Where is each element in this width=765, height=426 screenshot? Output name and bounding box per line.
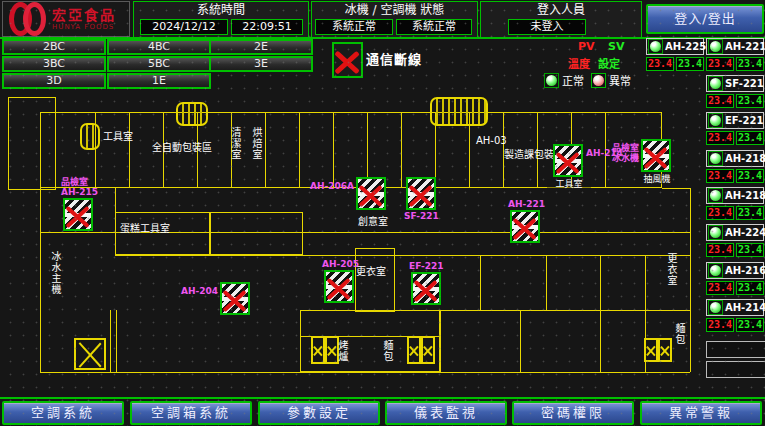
unit-values-ah-218b: 23.423.4 [706,206,764,220]
room-label: 工具室 [103,131,133,142]
unit-ah-218a[interactable]: AH-218A [706,150,764,167]
equipment-icon [407,336,421,364]
room-label: 更衣室 [666,253,677,286]
wall [40,372,690,373]
unit-ef-221[interactable]: EF-221 [706,112,764,129]
login-logout-button[interactable]: 登入/登出 [646,4,764,34]
wall [265,112,266,188]
login-user-label: 登入人員 [481,2,641,18]
company-logo: 宏亞食品 HUNYA FOODS [2,1,130,37]
unit-sv-value: 23.4 [736,206,764,220]
ahu-device-ah-205[interactable] [324,270,354,303]
ahu-device-ah-206a[interactable] [356,177,386,210]
equipment-icon [421,336,435,364]
floor-button-3e[interactable]: 3E [209,56,313,72]
nav-button-3[interactable]: 參數設定 [258,401,380,425]
unit-values-ah-216: 23.423.4 [706,281,764,295]
unit-name: AH-214 [725,302,765,313]
floor-button-3bc[interactable]: 3BC [2,56,106,72]
system-time-value: 22:09:51 [231,19,303,35]
unit-sf-221[interactable]: SF-221 [706,75,764,92]
floor-plan: 工具室全自動包裝區清潔室烘焙室AH-03製造課包裝班蛋糕工具室冰水主機創意室更衣… [0,90,703,398]
unit-ah-221a[interactable]: AH-221A [706,38,764,55]
room-label: AH-03 [476,135,507,146]
nav-button-5[interactable]: 密碼權限 [512,401,634,425]
room-label: 麵包 [674,323,685,345]
sv-caption: 設定 [598,55,620,71]
unit-led-icon [708,188,723,203]
ahu-device-冰水機[interactable] [641,139,671,172]
unit-sv-value: 23.4 [736,169,764,183]
floor-button-3d[interactable]: 3D [2,73,106,89]
nav-button-2[interactable]: 空調箱系統 [130,401,252,425]
unit-pv-value: 23.4 [706,243,734,257]
unit-ah-214[interactable]: AH-214 [706,299,764,316]
device-label: AH-206A [310,181,354,191]
equipment-icon [74,338,106,370]
unit-name: SF-221 [725,78,764,89]
ahu-device-ah-215[interactable] [63,198,93,231]
wall [440,310,690,311]
nav-button-4[interactable]: 儀表監視 [385,401,507,425]
room-label: 更衣室 [356,266,386,277]
device-caption: 抽風機 [635,174,679,184]
wall [480,255,481,310]
room-label: 全自動包裝區 [152,142,212,153]
comm-disconnect-icon [332,42,363,78]
unit-pv-value: 23.4 [706,281,734,295]
floor-button-4bc[interactable]: 4BC [107,39,211,55]
unit-ah-216[interactable]: AH-216 [706,262,764,279]
stairs-icon [80,123,100,150]
unit-pv-value: 23.4 [706,169,734,183]
system-date-value: 2024/12/12 [140,19,228,35]
unit-led-icon [708,39,723,54]
ahu-hatch-icon-disconnected [641,139,671,172]
wall [40,188,41,372]
ahu-device-ah-214[interactable] [553,144,583,177]
room-label: 麵包 [382,340,393,362]
unit-values-ah-221a: 23.423.4 [706,57,764,71]
floor-button-2bc[interactable]: 2BC [2,39,106,55]
wall [355,248,395,312]
legend-abnormal: 異常 [591,72,631,88]
unit-sv-value: 23.4 [736,318,764,332]
ahu-hatch-icon-disconnected [553,144,583,177]
pv-caption: 溫度 [568,55,590,71]
unit-pv-value: 23.4 [706,94,734,108]
ahu-device-ah-204[interactable] [220,282,250,315]
wall [546,255,547,310]
hvac-status-value: 系統正常 [396,19,472,35]
unit-ah-225[interactable]: AH-225 [646,38,704,55]
stairs-icon [176,102,208,126]
floor-button-2e[interactable]: 2E [209,39,313,55]
unit-values-ah-218a: 23.423.4 [706,169,764,183]
unit-ah-218b[interactable]: AH-218B [706,187,764,204]
ahu-device-sf-221[interactable] [406,177,436,210]
equipment-icon [644,338,658,362]
wall [115,255,690,256]
unit-name: AH-221A [725,41,765,52]
room-label: 清潔室 [230,127,241,160]
ahu-hatch-icon-disconnected [406,177,436,210]
floor-button-1e[interactable]: 1E [107,73,211,89]
ahu-device-ef-221[interactable] [411,272,441,305]
wall [690,188,691,372]
logo-rings-icon [9,2,46,36]
unit-sv-value: 23.4 [736,57,764,71]
unit-values-ah-225: 23.423.4 [646,57,704,71]
ahu-device-ah-221[interactable] [510,210,540,243]
unit-led-icon [708,300,723,315]
wall [116,310,117,372]
wall [129,112,130,188]
unit-ah-224[interactable]: AH-224 [706,224,764,241]
unit-pv-value: 23.4 [706,57,734,71]
unit-led-icon [708,76,723,91]
unit-sv-value: 23.4 [736,94,764,108]
abnormal-led-icon [591,73,606,88]
unit-sv-value: 23.4 [736,131,764,145]
nav-button-1[interactable]: 空調系統 [2,401,124,425]
wall [401,112,402,188]
floor-button-5bc[interactable]: 5BC [107,56,211,72]
nav-button-6[interactable]: 異常警報 [640,401,762,425]
unit-name: AH-225 [665,41,706,52]
